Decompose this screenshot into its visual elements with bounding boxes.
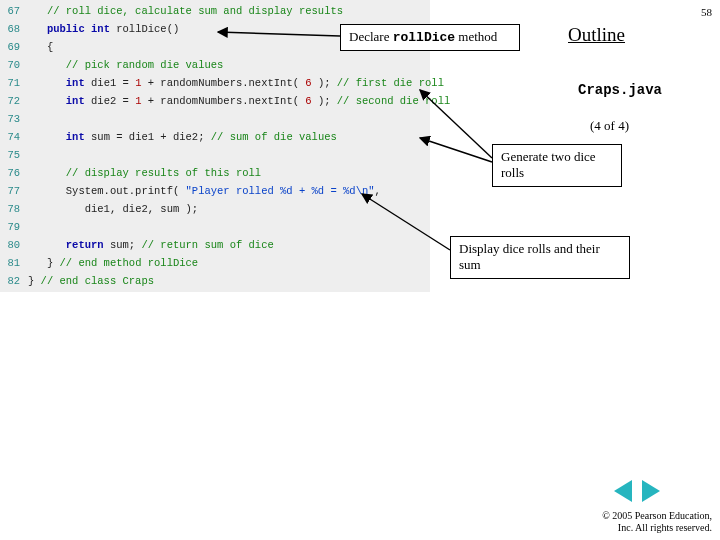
- code-line: 73: [0, 110, 430, 128]
- code-line: 72 int die2 = 1 + randomNumbers.nextInt(…: [0, 92, 430, 110]
- file-name-label: Craps.java: [578, 82, 662, 98]
- page-number: 58: [701, 6, 712, 18]
- code-line: 78 die1, die2, sum );: [0, 200, 430, 218]
- code-line: 80 return sum; // return sum of dice: [0, 236, 430, 254]
- code-line: 67 // roll dice, calculate sum and displ…: [0, 2, 430, 20]
- code-line: 75: [0, 146, 430, 164]
- code-line: 76 // display results of this roll: [0, 164, 430, 182]
- callout-display: Display dice rolls and their sum: [450, 236, 630, 279]
- callout-declare: Declare rollDice method: [340, 24, 520, 51]
- code-line: 77 System.out.printf( "Player rolled %d …: [0, 182, 430, 200]
- code-line: 79: [0, 218, 430, 236]
- part-label: (4 of 4): [590, 118, 629, 134]
- code-line: 70 // pick random die values: [0, 56, 430, 74]
- slide-nav: [614, 480, 660, 506]
- svg-line-2: [420, 138, 492, 162]
- callout-generate: Generate two dice rolls: [492, 144, 622, 187]
- next-slide-button[interactable]: [642, 480, 660, 502]
- outline-heading: Outline: [568, 24, 625, 46]
- copyright-footer: © 2005 Pearson Education, Inc. All right…: [602, 510, 712, 534]
- code-line: 81 } // end method rollDice: [0, 254, 430, 272]
- code-line: 71 int die1 = 1 + randomNumbers.nextInt(…: [0, 74, 430, 92]
- code-line: 82} // end class Craps: [0, 272, 430, 290]
- code-line: 74 int sum = die1 + die2; // sum of die …: [0, 128, 430, 146]
- prev-slide-button[interactable]: [614, 480, 632, 502]
